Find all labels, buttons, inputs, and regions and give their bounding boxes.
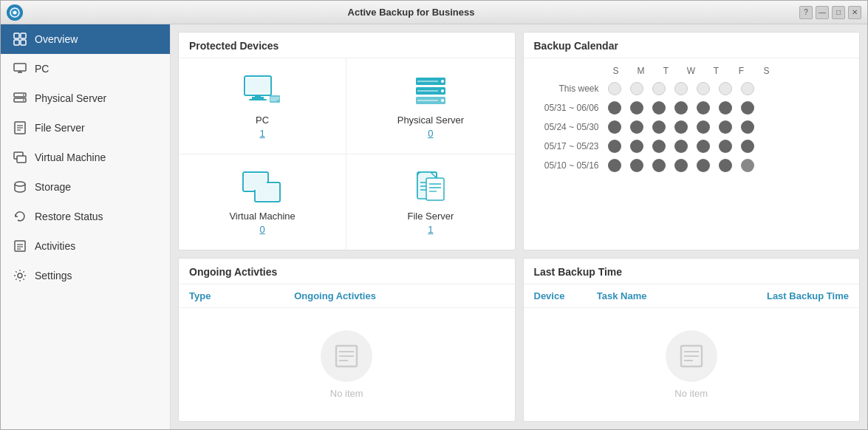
sidebar-overview-label: Overview	[35, 33, 78, 45]
last-backup-no-item-icon	[666, 330, 717, 382]
col-ongoing-header: Ongoing Activties	[294, 290, 504, 301]
physical-server-device-icon	[409, 73, 453, 110]
vm-icon	[13, 150, 27, 165]
svg-rect-1	[14, 33, 19, 38]
bottom-row: Ongoing Activties Type Ongoing Activties	[178, 258, 860, 422]
close-button[interactable]: ✕	[848, 6, 861, 19]
calendar-table: S M T W T F S This week	[524, 58, 860, 185]
col-type-header: Type	[189, 290, 294, 301]
device-cell-file-server[interactable]: File Server 1	[346, 154, 514, 250]
svg-point-18	[15, 182, 25, 186]
sidebar-item-activities[interactable]: Activities	[1, 231, 170, 261]
sidebar: Overview PC	[1, 24, 171, 429]
maximize-button[interactable]: □	[832, 6, 845, 19]
pc-icon	[13, 61, 27, 76]
sidebar-vm-label: Virtual Machine	[35, 151, 106, 163]
device-cell-physical-server[interactable]: Physical Server 0	[346, 58, 514, 154]
ongoing-no-item: No item	[179, 308, 515, 421]
svg-rect-5	[14, 64, 26, 71]
grid-icon	[13, 32, 27, 47]
ongoing-no-item-label: No item	[330, 388, 363, 399]
file-server-device-name: File Server	[407, 211, 454, 222]
last-backup-no-item-label: No item	[674, 388, 708, 399]
content-area: Protected Devices	[171, 24, 867, 429]
sidebar-item-physical-server[interactable]: Physical Server	[1, 83, 170, 113]
pc-device-name: PC	[256, 115, 269, 126]
svg-rect-25	[246, 78, 270, 94]
sidebar-item-overview[interactable]: Overview	[1, 24, 170, 54]
svg-rect-28	[255, 95, 261, 98]
col-lbt-header: Last Backup Time	[722, 290, 849, 301]
svg-point-11	[23, 100, 24, 101]
restore-icon	[13, 209, 27, 224]
protected-devices-title: Protected Devices	[179, 33, 515, 58]
sidebar-item-restore-status[interactable]: Restore Status	[1, 202, 170, 231]
last-backup-header: Device Task Name Last Backup Time	[524, 284, 860, 308]
svg-rect-45	[256, 184, 278, 200]
file-server-device-icon	[409, 169, 453, 206]
titlebar: Active Backup for Business ? — □ ✕	[1, 1, 867, 24]
app-title: Active Backup for Business	[23, 7, 799, 18]
sidebar-restore-label: Restore Status	[35, 211, 103, 222]
last-backup-no-item: No item	[524, 308, 860, 421]
sidebar-settings-label: Settings	[35, 270, 72, 281]
sidebar-fileserver-label: File Server	[35, 122, 85, 134]
sidebar-server-label: Physical Server	[35, 92, 106, 104]
svg-point-23	[18, 273, 22, 278]
sidebar-item-pc[interactable]: PC	[1, 54, 170, 83]
svg-point-38	[441, 89, 444, 92]
svg-rect-2	[21, 33, 26, 38]
svg-rect-19	[15, 241, 25, 251]
vm-device-name: Virtual Machine	[229, 211, 295, 222]
ongoing-no-item-icon	[321, 330, 372, 382]
top-row: Protected Devices	[178, 32, 860, 250]
calendar-row-0524: 05/24 ~ 05/30	[534, 120, 850, 134]
sidebar-item-storage[interactable]: Storage	[1, 172, 170, 202]
vm-device-icon	[240, 169, 284, 206]
calendar-row-0517: 05/17 ~ 05/23	[534, 140, 850, 153]
calendar-row-this-week: This week	[534, 82, 850, 95]
physical-server-device-name: Physical Server	[397, 115, 464, 126]
app-window: Active Backup for Business ? — □ ✕ Overv…	[0, 0, 868, 430]
svg-rect-27	[249, 99, 267, 100]
main-content: Overview PC	[1, 24, 867, 429]
pc-device-count[interactable]: 1	[260, 128, 265, 139]
file-server-icon	[13, 120, 27, 135]
minimize-button[interactable]: —	[816, 6, 829, 19]
last-backup-title: Last Backup Time	[524, 259, 860, 284]
vm-device-count[interactable]: 0	[260, 224, 265, 235]
backup-calendar-panel: Backup Calendar S M T W T F S	[523, 32, 861, 250]
devices-grid: PC 1	[179, 58, 515, 250]
settings-icon	[13, 268, 27, 283]
backup-calendar-title: Backup Calendar	[524, 33, 860, 58]
ongoing-activities-title: Ongoing Activties	[179, 259, 515, 284]
window-controls: ? — □ ✕	[799, 6, 861, 19]
file-server-device-count[interactable]: 1	[428, 224, 433, 235]
sidebar-activities-label: Activities	[35, 240, 75, 252]
calendar-header: S M T W T F S	[534, 66, 850, 76]
activities-icon	[13, 239, 27, 253]
svg-point-35	[441, 80, 444, 83]
sidebar-item-file-server[interactable]: File Server	[1, 113, 170, 143]
svg-point-10	[23, 95, 24, 96]
last-backup-panel: Last Backup Time Device Task Name Last B…	[523, 258, 861, 422]
device-cell-pc[interactable]: PC 1	[179, 58, 346, 154]
storage-icon	[13, 180, 27, 194]
svg-rect-3	[14, 40, 19, 45]
sidebar-storage-label: Storage	[35, 181, 71, 193]
col-device-header: Device	[534, 290, 597, 301]
svg-rect-50	[426, 178, 444, 200]
protected-devices-panel: Protected Devices	[178, 32, 516, 250]
pc-device-icon	[240, 73, 284, 110]
col-task-header: Task Name	[597, 290, 723, 301]
ongoing-activities-panel: Ongoing Activties Type Ongoing Activties	[178, 258, 516, 422]
svg-point-41	[441, 99, 444, 102]
server-icon	[13, 91, 27, 106]
help-button[interactable]: ?	[799, 6, 813, 19]
svg-rect-17	[17, 156, 26, 163]
app-logo	[7, 4, 23, 21]
physical-server-device-count[interactable]: 0	[428, 128, 433, 139]
device-cell-vm[interactable]: Virtual Machine 0	[179, 154, 346, 250]
sidebar-item-settings[interactable]: Settings	[1, 261, 170, 290]
sidebar-item-virtual-machine[interactable]: Virtual Machine	[1, 143, 170, 172]
